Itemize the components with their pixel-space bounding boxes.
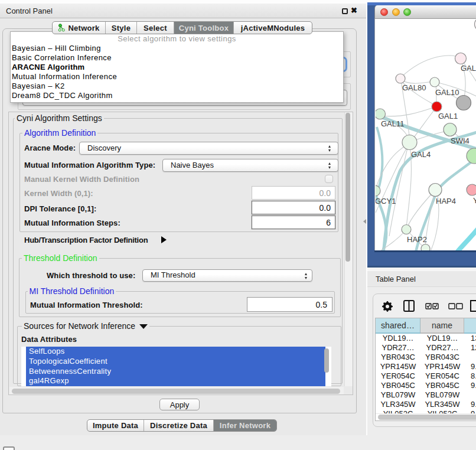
svg-text:Y: Y: [473, 196, 476, 205]
svg-text:GAL4: GAL4: [411, 150, 431, 159]
svg-text:GCY1: GCY1: [376, 197, 396, 206]
svg-text:GAL1: GAL1: [438, 112, 458, 120]
svg-text:HAP2: HAP2: [407, 235, 427, 244]
svg-text:SWI4: SWI4: [451, 136, 470, 145]
svg-text:GAL80: GAL80: [402, 83, 426, 92]
svg-text:GAL11: GAL11: [381, 119, 405, 128]
svg-text:GAL: GAL: [461, 64, 476, 73]
svg-text:GAL10: GAL10: [435, 88, 459, 97]
svg-text:HAP4: HAP4: [436, 197, 456, 206]
